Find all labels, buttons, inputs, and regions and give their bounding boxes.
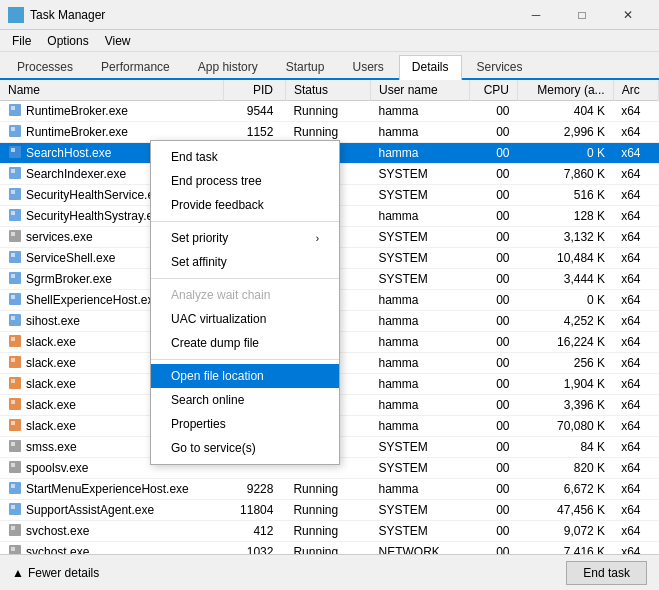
tab-services[interactable]: Services [464, 55, 536, 78]
context-menu-item-properties[interactable]: Properties [151, 412, 339, 436]
table-row[interactable]: RuntimeBroker.exe 9544 Running hamma 00 … [0, 101, 659, 122]
context-menu-item-provide-feedback[interactable]: Provide feedback [151, 193, 339, 217]
process-cpu: 00 [470, 311, 518, 332]
process-cpu: 00 [470, 332, 518, 353]
process-memory: 7,416 K [518, 542, 614, 555]
tab-processes[interactable]: Processes [4, 55, 86, 78]
process-arc: x64 [613, 248, 658, 269]
context-menu-item-create-dump-file[interactable]: Create dump file [151, 331, 339, 355]
col-header-pid[interactable]: PID [223, 80, 285, 101]
svg-rect-3 [17, 16, 22, 21]
bottom-bar: ▲ Fewer details End task [0, 554, 659, 590]
fewer-details-button[interactable]: ▲ Fewer details [12, 566, 99, 580]
minimize-button[interactable]: ─ [513, 0, 559, 30]
tab-startup[interactable]: Startup [273, 55, 338, 78]
context-menu-label: Analyze wait chain [171, 288, 270, 302]
process-memory: 7,860 K [518, 164, 614, 185]
col-header-arc[interactable]: Arc [613, 80, 658, 101]
context-menu-item-set-priority[interactable]: Set priority› [151, 226, 339, 250]
context-menu-label: Search online [171, 393, 244, 407]
context-menu-label: Set affinity [171, 255, 227, 269]
process-arc: x64 [613, 269, 658, 290]
process-user: hamma [370, 143, 469, 164]
process-icon [8, 397, 22, 413]
context-menu-item-set-affinity[interactable]: Set affinity [151, 250, 339, 274]
col-header-user[interactable]: User name [370, 80, 469, 101]
process-icon [8, 334, 22, 350]
process-user: hamma [370, 479, 469, 500]
tab-details[interactable]: Details [399, 55, 462, 80]
table-row[interactable]: svchost.exe 1032 Running NETWORK... 00 7… [0, 542, 659, 555]
svg-rect-5 [11, 106, 15, 110]
process-memory: 3,444 K [518, 269, 614, 290]
context-menu-item-open-file-location[interactable]: Open file location [151, 364, 339, 388]
process-cpu: 00 [470, 122, 518, 143]
svg-rect-35 [11, 421, 15, 425]
tab-performance[interactable]: Performance [88, 55, 183, 78]
context-menu-item-end-task[interactable]: End task [151, 145, 339, 169]
menu-item-options[interactable]: Options [39, 32, 96, 50]
close-button[interactable]: ✕ [605, 0, 651, 30]
process-icon [8, 481, 22, 497]
menu-bar: FileOptionsView [0, 30, 659, 52]
col-header-cpu[interactable]: CPU [470, 80, 518, 101]
menu-item-file[interactable]: File [4, 32, 39, 50]
svg-rect-45 [11, 526, 15, 530]
context-menu-item-end-process-tree[interactable]: End process tree [151, 169, 339, 193]
process-status: Running [285, 500, 370, 521]
context-menu-item-go-to-service(s)[interactable]: Go to service(s) [151, 436, 339, 460]
col-header-memory[interactable]: Memory (a... [518, 80, 614, 101]
tab-app-history[interactable]: App history [185, 55, 271, 78]
svg-rect-7 [11, 127, 15, 131]
process-name-text: slack.exe [26, 419, 76, 433]
col-header-status[interactable]: Status [285, 80, 370, 101]
context-menu-label: End task [171, 150, 218, 164]
process-user: SYSTEM [370, 437, 469, 458]
svg-rect-19 [11, 253, 15, 257]
process-cpu: 00 [470, 437, 518, 458]
process-icon [8, 229, 22, 245]
process-arc: x64 [613, 122, 658, 143]
table-row[interactable]: SupportAssistAgent.exe 11804 Running SYS… [0, 500, 659, 521]
maximize-button[interactable]: □ [559, 0, 605, 30]
table-header: Name PID Status User name CPU Memory (a.… [0, 80, 659, 101]
process-user: hamma [370, 332, 469, 353]
tab-users[interactable]: Users [339, 55, 396, 78]
process-icon [8, 418, 22, 434]
svg-rect-11 [11, 169, 15, 173]
window-controls: ─ □ ✕ [513, 0, 651, 30]
process-status: Running [285, 479, 370, 500]
process-name-cell: svchost.exe [0, 521, 223, 542]
process-user: SYSTEM [370, 458, 469, 479]
svg-rect-13 [11, 190, 15, 194]
process-name-cell: SupportAssistAgent.exe [0, 500, 223, 521]
process-icon [8, 145, 22, 161]
title-bar: Task Manager ─ □ ✕ [0, 0, 659, 30]
process-name-text: SearchHost.exe [26, 146, 111, 160]
context-menu-item-search-online[interactable]: Search online [151, 388, 339, 412]
process-arc: x64 [613, 374, 658, 395]
process-name-text: services.exe [26, 230, 93, 244]
end-task-button[interactable]: End task [566, 561, 647, 585]
process-cpu: 00 [470, 500, 518, 521]
context-menu-item-uac-virtualization[interactable]: UAC virtualization [151, 307, 339, 331]
process-memory: 16,224 K [518, 332, 614, 353]
process-arc: x64 [613, 416, 658, 437]
process-user: SYSTEM [370, 227, 469, 248]
menu-item-view[interactable]: View [97, 32, 139, 50]
process-name-text: ServiceShell.exe [26, 251, 115, 265]
process-name-cell: RuntimeBroker.exe [0, 101, 223, 122]
process-arc: x64 [613, 164, 658, 185]
process-name-cell: svchost.exe [0, 542, 223, 555]
process-icon [8, 376, 22, 392]
table-row[interactable]: StartMenuExperienceHost.exe 9228 Running… [0, 479, 659, 500]
process-cpu: 00 [470, 395, 518, 416]
process-user: SYSTEM [370, 521, 469, 542]
process-status: Running [285, 542, 370, 555]
svg-rect-2 [10, 16, 15, 21]
table-row[interactable]: svchost.exe 412 Running SYSTEM 00 9,072 … [0, 521, 659, 542]
process-cpu: 00 [470, 185, 518, 206]
process-name-text: slack.exe [26, 356, 76, 370]
svg-rect-15 [11, 211, 15, 215]
col-header-name[interactable]: Name [0, 80, 223, 101]
